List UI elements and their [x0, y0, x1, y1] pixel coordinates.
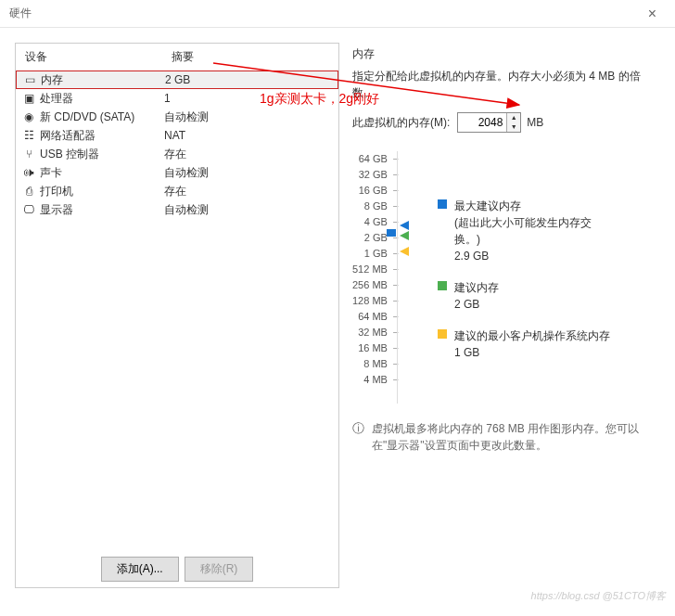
- tick: 256 MB: [352, 277, 393, 293]
- marker-recommended-icon: [400, 231, 409, 240]
- device-summary: 自动检测: [164, 165, 209, 181]
- spinner-down-icon[interactable]: ▼: [507, 122, 520, 132]
- watermark: https://blog.csd @51CTO博客: [531, 589, 666, 603]
- tick: 16 GB: [359, 183, 393, 199]
- device-label: 新 CD/DVD (SATA): [40, 109, 134, 125]
- legend-value: 1 GB: [454, 344, 610, 361]
- content-area: 设备 摘要 ▭内存 2 GB ▣处理器 1 ◉新 CD/DVD (SATA) 自…: [0, 28, 675, 596]
- device-label: 处理器: [40, 91, 73, 107]
- legend-title: 最大建议内存: [454, 198, 612, 214]
- legend-title: 建议的最小客户机操作系统内存: [454, 327, 610, 344]
- device-summary: NAT: [164, 129, 185, 142]
- device-label: USB 控制器: [40, 147, 99, 162]
- legend-color-icon: [438, 199, 447, 209]
- button-row: 添加(A)... 移除(R): [16, 551, 338, 587]
- legend-min: 建议的最小客户机操作系统内存 1 GB: [438, 327, 612, 361]
- memory-panel: 内存 指定分配给此虚拟机的内存量。内存大小必须为 4 MB 的倍数。 此虚拟机的…: [352, 43, 660, 588]
- list-row-display[interactable]: 🖵显示器 自动检测: [16, 200, 338, 219]
- sound-icon: 🕪: [21, 166, 36, 179]
- device-label: 内存: [41, 72, 63, 88]
- list-body: ▭内存 2 GB ▣处理器 1 ◉新 CD/DVD (SATA) 自动检测 ☷网…: [16, 71, 338, 551]
- legend-color-icon: [438, 281, 447, 290]
- remove-button[interactable]: 移除(R): [185, 557, 254, 582]
- tick: 32 MB: [358, 325, 393, 340]
- device-summary: 2 GB: [165, 73, 190, 86]
- memory-icon: ▭: [22, 73, 37, 86]
- info-icon: ⓘ: [352, 420, 364, 437]
- device-label: 声卡: [40, 165, 62, 181]
- disc-icon: ◉: [21, 110, 36, 123]
- list-row-usb[interactable]: ⑂USB 控制器 存在: [16, 145, 338, 163]
- legends: 最大建议内存 (超出此大小可能发生内存交换。) 2.9 GB 建议内存 2 GB: [438, 151, 612, 404]
- device-summary: 自动检测: [164, 109, 209, 125]
- marker-max-icon: [400, 221, 409, 230]
- tick: 16 MB: [358, 340, 393, 356]
- close-icon[interactable]: ×: [637, 6, 668, 22]
- chart-ticks: 64 GB 32 GB 16 GB 8 GB 4 GB 2 GB 1 GB 51…: [352, 151, 393, 404]
- window-title: 硬件: [9, 6, 32, 21]
- list-row-network[interactable]: ☷网络适配器 NAT: [16, 126, 338, 145]
- tick: 1 GB: [364, 246, 393, 262]
- header-device: 设备: [25, 49, 172, 65]
- device-label: 打印机: [40, 184, 73, 199]
- memory-chart: 64 GB 32 GB 16 GB 8 GB 4 GB 2 GB 1 GB 51…: [352, 151, 660, 404]
- slider-track[interactable]: [397, 151, 415, 404]
- device-label: 网络适配器: [40, 128, 96, 144]
- list-row-sound[interactable]: 🕪声卡 自动检测: [16, 163, 338, 182]
- tick: 64 GB: [359, 151, 393, 167]
- tick: 64 MB: [358, 309, 393, 325]
- device-summary: 存在: [164, 184, 186, 199]
- list-row-printer[interactable]: ⎙打印机 存在: [16, 182, 338, 200]
- usb-icon: ⑂: [21, 148, 36, 160]
- info-note: ⓘ 虚拟机最多将此内存的 768 MB 用作图形内存。您可以在"显示器"设置页面…: [352, 420, 660, 454]
- marker-min-icon: [400, 247, 409, 256]
- printer-icon: ⎙: [21, 185, 36, 198]
- add-button[interactable]: 添加(A)...: [101, 557, 179, 582]
- marker-current-icon[interactable]: [387, 229, 396, 237]
- tick: 512 MB: [352, 262, 393, 277]
- tick: 8 GB: [364, 199, 393, 214]
- legend-color-icon: [438, 329, 447, 339]
- device-label: 显示器: [40, 202, 73, 218]
- annotation-arrow-icon: [213, 54, 529, 119]
- memory-unit: MB: [527, 116, 543, 129]
- tick: 4 GB: [364, 214, 393, 230]
- legend-value: 2 GB: [454, 296, 499, 313]
- legend-max: 最大建议内存 (超出此大小可能发生内存交换。) 2.9 GB: [438, 198, 612, 264]
- hardware-list-panel: 设备 摘要 ▭内存 2 GB ▣处理器 1 ◉新 CD/DVD (SATA) 自…: [15, 43, 339, 588]
- tick: 128 MB: [352, 293, 393, 309]
- legend-recommended: 建议内存 2 GB: [438, 279, 612, 313]
- cpu-icon: ▣: [21, 92, 36, 105]
- tick: 8 MB: [363, 356, 393, 372]
- device-summary: 自动检测: [164, 202, 209, 218]
- tick: 4 MB: [363, 372, 393, 388]
- annotation-text: 1g亲测太卡，2g刚好: [260, 91, 379, 108]
- titlebar: 硬件 ×: [0, 0, 675, 28]
- legend-value: 2.9 GB: [454, 248, 612, 264]
- tick: 32 GB: [359, 167, 393, 183]
- network-icon: ☷: [21, 129, 36, 142]
- legend-title: 建议内存: [454, 279, 499, 296]
- device-summary: 1: [164, 92, 171, 105]
- display-icon: 🖵: [21, 203, 36, 216]
- legend-sub: (超出此大小可能发生内存交换。): [454, 214, 612, 248]
- info-text: 虚拟机最多将此内存的 768 MB 用作图形内存。您可以在"显示器"设置页面中更…: [372, 420, 660, 454]
- device-summary: 存在: [164, 147, 186, 162]
